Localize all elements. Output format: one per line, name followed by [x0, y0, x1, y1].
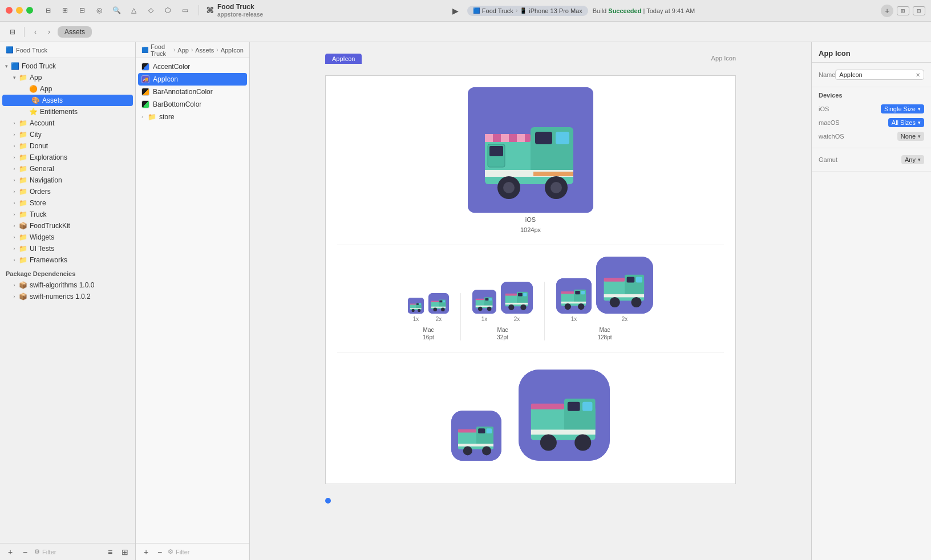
svg-point-90: [574, 434, 591, 451]
svg-rect-59: [581, 291, 585, 294]
swift-package-icon: 📦: [18, 292, 27, 301]
sidebar-toggle-icon[interactable]: ⊟: [42, 5, 54, 16]
svg-point-81: [482, 446, 491, 455]
grid-icon[interactable]: ⊟: [75, 3, 89, 17]
tree-explorations[interactable]: › 📁 Explorations: [0, 152, 135, 163]
chevron-down-icon: ▾: [918, 157, 921, 163]
warning-icon[interactable]: △: [127, 3, 140, 17]
asset-barbottomcolor[interactable]: BarBottomColor: [136, 98, 249, 111]
filter-options-button[interactable]: ≡: [104, 546, 116, 558]
sidebar-footer: + − ⚙ Filter ≡ ⊞: [0, 543, 135, 560]
tree-app-folder[interactable]: ▾ 📁 App: [0, 72, 135, 83]
appicon-tab[interactable]: AppIcon: [325, 54, 362, 64]
tree-navigation[interactable]: › 📁 Navigation: [0, 175, 135, 186]
ios-select[interactable]: Single Size ▾: [881, 104, 924, 113]
color-swatch-icon: [141, 100, 149, 108]
minimize-button[interactable]: [16, 7, 23, 14]
folder-icon: 📁: [18, 119, 27, 128]
add-tab-button[interactable]: +: [881, 5, 893, 17]
svg-rect-42: [476, 299, 484, 301]
sort-button[interactable]: ⊞: [119, 546, 131, 558]
tree-general[interactable]: › 📁 General: [0, 163, 135, 175]
ios-app-icon-large: [468, 87, 593, 213]
svg-rect-85: [568, 402, 580, 411]
add-asset-button[interactable]: +: [140, 546, 152, 558]
scheme-breadcrumb[interactable]: 🟦 Food Truck › 📱 iPhone 13 Pro Max: [467, 6, 588, 16]
ios-label: iOS: [525, 216, 536, 223]
tree-account[interactable]: › 📁 Account: [0, 117, 135, 129]
filter-icon[interactable]: ◎: [92, 3, 106, 17]
sidebar-tree: ▾ 🟦 Food Truck ▾ 📁 App 🟠 App 🎨 Assets: [0, 58, 135, 543]
folder-icon: 📁: [18, 141, 27, 151]
ios-device-row: iOS Single Size ▾: [819, 102, 924, 116]
back-button[interactable]: ‹: [29, 26, 42, 38]
close-button[interactable]: [6, 7, 13, 14]
tree-orders[interactable]: › 📁 Orders: [0, 186, 135, 197]
asset-appicon[interactable]: 🚚 AppIcon: [138, 73, 247, 86]
play-button[interactable]: ▶: [449, 4, 463, 18]
svg-rect-58: [575, 291, 580, 294]
ios-px-label: 1024px: [520, 226, 541, 233]
secondary-toolbar: ⊟ ‹ › Assets: [0, 22, 931, 42]
chevron-right-icon: ›: [10, 189, 18, 194]
tree-widgets[interactable]: › 📁 Widgets: [0, 232, 135, 243]
split-view-icon[interactable]: ⊞: [897, 6, 909, 15]
gamut-row: Gamut Any ▾: [819, 153, 924, 167]
folder-structure-icon[interactable]: ⊟: [6, 25, 19, 39]
svg-rect-25: [410, 308, 422, 309]
bc-foodtruck[interactable]: 🟦 Food Truck: [6, 46, 47, 54]
tree-city[interactable]: › 📁 City: [0, 129, 135, 140]
clear-icon[interactable]: ✕: [916, 72, 920, 78]
svg-rect-41: [489, 298, 492, 301]
watchos-large-icon: [519, 370, 610, 461]
rect-icon[interactable]: ▭: [178, 3, 192, 17]
bc-assets[interactable]: Assets: [195, 47, 214, 54]
swift-package-icon: 📦: [18, 281, 27, 290]
tree-truck[interactable]: › 📁 Truck: [0, 209, 135, 220]
chevron-down-icon: ▾: [10, 75, 18, 80]
macos-select[interactable]: All Sizes ▾: [888, 118, 924, 127]
bc-foodtruck2[interactable]: 🟦 Food Truck: [141, 43, 171, 57]
forward-button[interactable]: ›: [43, 26, 55, 38]
chevron-down-icon: ▾: [918, 120, 921, 125]
add-icon[interactable]: ⊞: [58, 3, 72, 17]
tree-donut[interactable]: › 📁 Donut: [0, 140, 135, 152]
asset-accentcolor[interactable]: AccentColor: [136, 60, 249, 73]
tree-swift-numerics[interactable]: › 📦 swift-numerics 1.0.2: [0, 291, 135, 302]
bc-appicon[interactable]: AppIcon: [221, 47, 244, 54]
tree-ui-tests[interactable]: › 📁 UI Tests: [0, 243, 135, 254]
inspector-icon[interactable]: ⊟: [913, 6, 925, 15]
asset-barannotationcolor[interactable]: BarAnnotationColor: [136, 86, 249, 98]
mac-128pt-group: 1x 2x Mac 128pt: [545, 257, 665, 340]
bc-app[interactable]: App: [177, 47, 189, 54]
status-dot: [325, 498, 331, 504]
add-item-button[interactable]: +: [5, 546, 16, 558]
search-icon[interactable]: 🔍: [110, 3, 123, 17]
assets-tab[interactable]: Assets: [58, 26, 92, 38]
tree-root-foodtruck[interactable]: ▾ 🟦 Food Truck: [0, 60, 135, 72]
tree-assets[interactable]: 🎨 Assets: [2, 95, 133, 106]
bookmark-icon[interactable]: ◇: [144, 3, 157, 17]
tree-store[interactable]: › 📁 Store: [0, 197, 135, 209]
toolbar-actions: ⊞ ⊟ ◎ 🔍 △ ◇ ⬡ ▭: [58, 3, 192, 17]
remove-asset-button[interactable]: −: [154, 546, 165, 558]
filter-icon: ⚙: [34, 548, 40, 555]
fullscreen-button[interactable]: [26, 7, 33, 14]
tree-entitlements[interactable]: ⭐ Entitlements: [0, 106, 135, 117]
tree-app-swift[interactable]: 🟠 App: [0, 83, 135, 95]
svg-rect-24: [410, 303, 416, 305]
svg-point-26: [412, 309, 415, 312]
shapes-icon[interactable]: ⬡: [161, 3, 175, 17]
watchos-select[interactable]: None ▾: [897, 132, 924, 141]
tree-frameworks[interactable]: › 📁 Frameworks: [0, 254, 135, 266]
name-input[interactable]: AppIcon ✕: [835, 70, 924, 80]
asset-store-folder[interactable]: › 📁 store: [136, 111, 249, 123]
gamut-select[interactable]: Any ▾: [901, 155, 924, 164]
chevron-right-icon: ›: [10, 212, 18, 217]
svg-point-89: [540, 434, 557, 451]
tree-foodtruckkit[interactable]: › 📦 FoodTruckKit: [0, 220, 135, 232]
tree-swift-algorithms[interactable]: › 📦 swift-algorithms 1.0.0: [0, 279, 135, 291]
remove-item-button[interactable]: −: [19, 546, 31, 558]
chevron-right-icon: ›: [10, 234, 18, 240]
svg-rect-7: [493, 134, 501, 142]
